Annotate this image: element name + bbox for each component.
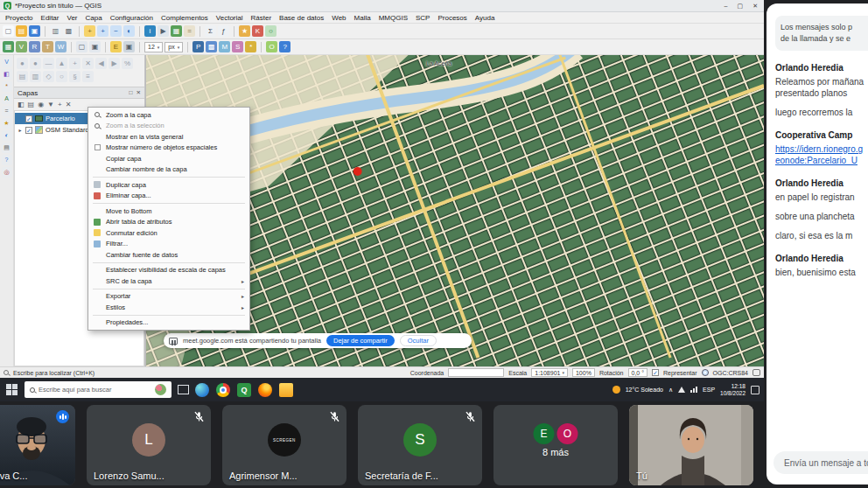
context-item[interactable]: Conmutar edición bbox=[88, 227, 249, 239]
toolbar-combo[interactable]: px▾ bbox=[164, 42, 183, 52]
copy-features-icon[interactable]: ▤ bbox=[17, 71, 28, 82]
new-bookmark-icon[interactable]: ★ bbox=[239, 25, 250, 37]
gps-panel-icon[interactable]: ◎ bbox=[2, 167, 12, 178]
network-icon[interactable] bbox=[678, 387, 685, 393]
add-vector-layer-icon[interactable]: V bbox=[16, 41, 27, 52]
rotation-spinner[interactable]: 0,0 ° bbox=[628, 368, 648, 377]
participant-tile[interactable]: LLorenzo Samu... bbox=[87, 405, 211, 485]
field-calculator-icon[interactable]: ƒ bbox=[218, 25, 229, 37]
messages-log-icon[interactable] bbox=[752, 369, 760, 376]
task-view-button[interactable] bbox=[178, 385, 189, 394]
plugin-manager-icon[interactable]: ▩ bbox=[206, 41, 217, 52]
edge-app-icon[interactable] bbox=[195, 383, 209, 397]
layer-checkbox[interactable]: ✓ bbox=[25, 115, 32, 122]
processing-toolbox-icon[interactable]: * bbox=[245, 41, 256, 52]
add-point-feature-icon[interactable]: ● bbox=[30, 58, 41, 69]
context-item[interactable]: Cambiar nombre de la capa bbox=[88, 164, 249, 176]
current-edits-icon[interactable]: ● bbox=[17, 58, 28, 69]
context-item[interactable]: Establecer visibilidad de escala de capa… bbox=[88, 265, 249, 276]
vertex-tool-icon[interactable]: + bbox=[69, 58, 80, 69]
participant-tile[interactable]: SSecretaría de F... bbox=[358, 405, 482, 485]
layout-manager-icon[interactable]: ▩ bbox=[63, 25, 74, 37]
menu-web[interactable]: Web bbox=[332, 14, 346, 22]
zoom-in-icon[interactable]: + bbox=[97, 25, 108, 37]
context-item[interactable]: Mostrar número de objetos espaciales bbox=[88, 143, 249, 154]
firefox-app-icon[interactable] bbox=[258, 383, 272, 397]
menu-capa[interactable]: Capa bbox=[86, 14, 102, 22]
participant-tile[interactable]: Tú bbox=[629, 405, 753, 485]
context-item[interactable]: Propiedades... bbox=[88, 317, 249, 329]
add-polygon-feature-icon[interactable]: ▲ bbox=[56, 58, 67, 69]
zoom-full-icon[interactable]: ◐ bbox=[123, 25, 135, 37]
menu-vectorial[interactable]: Vectorial bbox=[216, 14, 243, 22]
identify-features-icon[interactable]: i bbox=[144, 25, 156, 37]
chat-message-list[interactable]: Los mensajes solo p de la llamada y se e… bbox=[766, 9, 868, 441]
undock-panel-icon[interactable]: □ bbox=[130, 89, 133, 96]
start-button[interactable] bbox=[4, 383, 18, 397]
menu-ayuda[interactable]: Ayuda bbox=[475, 14, 495, 22]
save-project-icon[interactable]: ▣ bbox=[29, 25, 40, 37]
measure-line-icon[interactable]: = bbox=[184, 25, 195, 37]
overview-panel-icon[interactable]: ◐ bbox=[2, 130, 12, 141]
layer-checkbox[interactable]: ✓ bbox=[25, 127, 32, 134]
osm-tools-icon[interactable]: O bbox=[266, 41, 277, 52]
trace-tool-icon[interactable]: ≡ bbox=[82, 71, 94, 82]
browser-panel-icon[interactable]: V bbox=[2, 57, 12, 67]
crs-status[interactable]: OGC:CRS84 bbox=[713, 370, 748, 376]
statistical-summary-icon[interactable]: Σ bbox=[205, 25, 216, 37]
locator-input[interactable]: Escribe para localizar (Ctrl+K) bbox=[13, 370, 94, 376]
menu-configuraci-n[interactable]: Configuración bbox=[110, 14, 153, 22]
redo-icon[interactable]: ▶ bbox=[108, 58, 120, 69]
magnifier-combo[interactable]: 100% bbox=[572, 368, 595, 377]
new-shapefile-icon[interactable]: ▢ bbox=[76, 41, 88, 52]
add-wms-layer-icon[interactable]: W bbox=[55, 41, 66, 52]
context-item[interactable]: Eliminar capa... bbox=[88, 191, 249, 202]
add-line-feature-icon[interactable]: — bbox=[43, 58, 54, 69]
save-edits-icon[interactable]: ▣ bbox=[123, 41, 135, 52]
menu-editar[interactable]: Editar bbox=[41, 14, 60, 22]
expander-icon[interactable]: ▸ bbox=[18, 127, 23, 133]
menu-base-de-datos[interactable]: Base de datos bbox=[279, 14, 324, 22]
python-console-icon[interactable]: P bbox=[192, 41, 204, 52]
hidden-icons-chevron[interactable]: ∧ bbox=[668, 387, 673, 394]
menu-proyecto[interactable]: Proyecto bbox=[5, 14, 33, 22]
action-center-icon[interactable] bbox=[751, 386, 760, 394]
add-group-icon[interactable]: ▤ bbox=[28, 101, 35, 108]
chat-input[interactable]: Envía un mensaje a todos bbox=[774, 451, 868, 474]
context-item[interactable]: Filtrar... bbox=[88, 239, 249, 250]
toolbar-combo[interactable]: 12▾ bbox=[144, 42, 163, 52]
refresh-map-icon[interactable]: ○ bbox=[265, 25, 276, 37]
new-print-layout-icon[interactable]: ▥ bbox=[50, 25, 61, 37]
explorer-app-icon[interactable] bbox=[279, 383, 293, 397]
close-panel-icon[interactable]: ✕ bbox=[136, 89, 141, 96]
context-item[interactable]: Estilos▸ bbox=[88, 302, 249, 313]
add-delimited-text-icon[interactable]: T bbox=[42, 41, 53, 52]
context-item[interactable]: Copiar capa bbox=[88, 153, 249, 164]
participant-tile[interactable]: Cooperativa C... bbox=[0, 405, 75, 485]
context-item[interactable]: SRC de la capa▸ bbox=[88, 275, 249, 287]
pan-map-icon[interactable]: + bbox=[84, 25, 95, 37]
scp-icon[interactable]: S bbox=[232, 41, 243, 52]
delete-selected-icon[interactable]: ✕ bbox=[82, 58, 94, 69]
layer-styling-icon[interactable]: ◧ bbox=[2, 69, 12, 80]
toggle-editing-icon[interactable]: E bbox=[110, 41, 122, 52]
participant-tile[interactable]: EO8 más bbox=[494, 405, 618, 485]
qgis-app-icon[interactable]: Q bbox=[237, 383, 251, 397]
help-panel-icon[interactable]: ? bbox=[2, 155, 12, 165]
kmz-export-icon[interactable]: K bbox=[252, 25, 263, 37]
snapping-options-icon[interactable]: § bbox=[69, 71, 80, 82]
mmqgis-icon[interactable]: M bbox=[219, 41, 230, 52]
render-checkbox[interactable]: ✓ bbox=[652, 369, 659, 376]
hide-sharing-bar-button[interactable]: Ocultar bbox=[400, 335, 437, 346]
menu-ver[interactable]: Ver bbox=[66, 14, 77, 22]
menu-scp[interactable]: SCP bbox=[416, 14, 430, 22]
annotations-icon[interactable]: A bbox=[2, 94, 12, 104]
context-item[interactable]: Exportar▸ bbox=[88, 291, 249, 303]
menu-procesos[interactable]: Procesos bbox=[438, 14, 466, 22]
scale-combo[interactable]: 1:108901▾ bbox=[531, 368, 568, 377]
open-layer-styling-icon[interactable]: ◧ bbox=[18, 101, 24, 108]
chat-link[interactable]: eonode:Parcelario_U bbox=[775, 155, 868, 166]
paste-features-icon[interactable]: ▥ bbox=[30, 71, 41, 82]
measure-panel-icon[interactable]: = bbox=[2, 106, 12, 116]
cut-features-icon[interactable]: % bbox=[122, 58, 133, 69]
